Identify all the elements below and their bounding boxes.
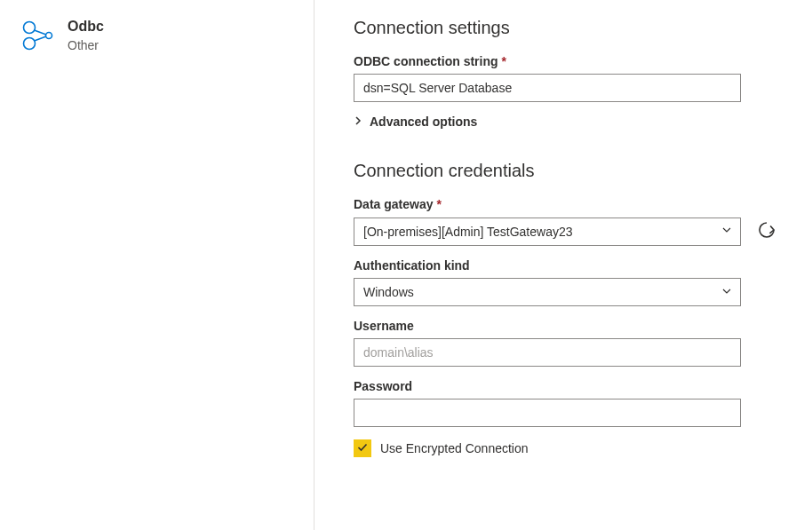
credentials-heading: Connection credentials (354, 161, 780, 181)
gateway-select[interactable]: [On-premises][Admin] TestGateway23 (354, 218, 741, 246)
auth-kind-field: Authentication kind Windows (354, 258, 780, 306)
svg-line-4 (35, 36, 47, 41)
auth-kind-select[interactable]: Windows (354, 278, 741, 306)
advanced-options-toggle[interactable]: Advanced options (354, 115, 780, 129)
svg-point-0 (24, 22, 36, 34)
chevron-down-icon (720, 224, 733, 239)
svg-point-1 (24, 38, 36, 50)
encrypted-checkbox[interactable] (354, 439, 371, 457)
odbc-icon (20, 18, 55, 56)
username-label: Username (354, 319, 780, 333)
connector-subtitle: Other (68, 37, 104, 53)
chevron-right-icon (354, 115, 362, 129)
auth-kind-value: Windows (363, 285, 414, 299)
username-field: Username (354, 319, 780, 367)
encrypted-row: Use Encrypted Connection (354, 439, 780, 457)
connection-string-field: ODBC connection string * (354, 54, 780, 102)
chevron-down-icon (720, 285, 733, 300)
gateway-select-value: [On-premises][Admin] TestGateway23 (363, 225, 573, 239)
connector-info: Odbc Other (68, 18, 104, 53)
password-field: Password (354, 379, 780, 427)
settings-heading: Connection settings (354, 18, 780, 38)
svg-point-2 (46, 33, 52, 39)
connection-string-input[interactable] (354, 74, 741, 102)
auth-kind-label: Authentication kind (354, 258, 780, 273)
refresh-button[interactable] (753, 217, 780, 246)
advanced-options-label: Advanced options (370, 115, 477, 129)
left-panel: Odbc Other (0, 0, 314, 530)
gateway-field: Data gateway * [On-premises][Admin] Test… (354, 197, 780, 246)
password-input[interactable] (354, 399, 741, 427)
encrypted-label: Use Encrypted Connection (380, 441, 529, 455)
username-input[interactable] (354, 338, 741, 367)
gateway-label: Data gateway * (354, 197, 780, 211)
connection-string-label: ODBC connection string * (354, 54, 780, 68)
right-panel: Connection settings ODBC connection stri… (314, 0, 812, 530)
check-icon (356, 441, 369, 456)
svg-line-3 (35, 30, 47, 35)
password-label: Password (354, 379, 780, 393)
refresh-icon (757, 220, 776, 242)
connector-title: Odbc (68, 18, 104, 36)
